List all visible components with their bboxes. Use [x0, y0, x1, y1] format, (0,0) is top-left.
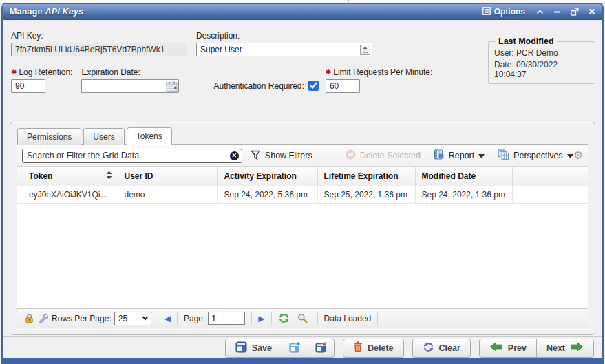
column-header-token[interactable]: Token [17, 167, 118, 186]
description-field[interactable] [196, 43, 372, 56]
expiration-date-label: Expiration Date: [81, 67, 179, 77]
api-key-label: API Key: [11, 30, 187, 41]
column-header-activity-expiration[interactable]: Activity Expiration [217, 167, 317, 186]
header-row: Token User ID Activity Expiration Lifeti… [17, 167, 588, 186]
next-button[interactable]: Next [536, 339, 594, 358]
lock-icon[interactable] [24, 313, 34, 323]
footer-separator [377, 312, 378, 325]
expiration-date-field[interactable] [81, 79, 179, 93]
next-page-icon[interactable]: ▶ [258, 314, 264, 323]
save-button-group: Save [225, 339, 335, 358]
auth-required-checkbox[interactable] [308, 81, 319, 91]
last-modified-legend: Last Modified [496, 36, 557, 46]
sort-icon[interactable] [106, 171, 112, 182]
auth-required-label: Authentication Required: [213, 81, 304, 91]
cell-token[interactable]: eyJ0eXAiOiJKV1QiLCJ... [17, 186, 118, 204]
log-retention-label: Log Retention: [19, 67, 72, 77]
arrow-right-icon [570, 342, 584, 354]
search-record-icon[interactable] [297, 313, 308, 323]
cell-modified-date[interactable]: Sep 24, 2022, 1:36 pm [415, 186, 512, 204]
dialog-title: Manage API Keys [10, 7, 482, 17]
report-icon [434, 149, 445, 162]
save-button[interactable]: Save [225, 339, 282, 358]
minus-circle-icon [346, 149, 356, 162]
column-header-modified-date[interactable]: Modified Date [415, 167, 512, 186]
table-row[interactable]: eyJ0eXAiOiJKV1QiLCJ... demo Sep 24, 2022… [17, 186, 588, 204]
perspectives-icon [498, 149, 509, 162]
filter-funnel-icon [251, 150, 261, 162]
footer-separator [317, 312, 318, 325]
last-modified-date: Date: 09/30/2022 10:04:37 [494, 60, 589, 79]
limit-rpm-field[interactable] [326, 79, 360, 93]
chevron-down-icon [567, 151, 573, 160]
toolbar-separator [491, 149, 491, 162]
tab-strip: Permissions Users Tokens [17, 128, 588, 145]
perspectives-dropdown[interactable]: Perspectives [498, 149, 573, 162]
report-dropdown[interactable]: Report [434, 149, 485, 162]
grid-status-text: Data Loaded [324, 314, 372, 323]
grid-table-area: Token User ID Activity Expiration Lifeti… [17, 167, 588, 308]
column-header-user-id[interactable]: User ID [118, 167, 217, 186]
tabs-panel: Permissions Users Tokens ✕ Show Filters [10, 122, 595, 335]
toolbar-separator [427, 149, 427, 162]
grid-footer: Rows Per Page: 25 ◀ Page: ▶ [17, 308, 588, 328]
api-key-field[interactable] [11, 43, 187, 56]
arrow-left-icon [489, 342, 503, 354]
save-floppy-icon [235, 341, 247, 355]
column-header-empty [512, 167, 588, 186]
save-new-floppy-plus-icon [289, 341, 301, 355]
rows-per-page-select[interactable]: 25 [114, 312, 151, 325]
wrench-icon[interactable] [38, 313, 48, 323]
log-retention-field[interactable] [11, 79, 45, 93]
action-bar: Save Delete [3, 336, 602, 358]
options-button[interactable]: Options [482, 7, 525, 17]
clear-search-icon[interactable]: ✕ [230, 151, 239, 160]
prev-button[interactable]: Prev [479, 339, 537, 358]
delete-selected-button[interactable]: Delete Selected [346, 149, 421, 162]
trash-icon [353, 341, 363, 354]
save-and-close-button[interactable] [308, 339, 335, 358]
required-asterisk: ✱ [11, 69, 17, 76]
delete-button[interactable]: Delete [343, 339, 404, 358]
cell-user-id[interactable]: demo [118, 186, 217, 204]
prev-next-group: Prev Next [479, 339, 594, 358]
tab-users[interactable]: Users [83, 128, 124, 145]
refresh-icon[interactable] [278, 313, 290, 323]
chevron-down-icon [478, 151, 485, 160]
grid-settings-gear-icon[interactable]: ⚙ [573, 150, 583, 161]
tab-permissions[interactable]: Permissions [17, 128, 81, 145]
cell-activity-expiration[interactable]: Sep 24, 2022, 5:36 pm [217, 186, 317, 204]
column-header-lifetime-expiration[interactable]: Lifetime Expiration [317, 167, 415, 186]
titlebar[interactable]: Manage API Keys Options [3, 4, 602, 20]
collapse-icon[interactable] [536, 10, 544, 14]
show-filters-button[interactable]: Show Filters [251, 150, 312, 162]
description-label: Description: [196, 30, 372, 41]
required-asterisk: ✱ [326, 69, 331, 76]
minimize-icon[interactable] [553, 9, 561, 15]
chevron-down-icon [142, 314, 147, 320]
options-list-icon [482, 7, 491, 17]
footer-separator [177, 312, 178, 325]
search-input[interactable] [22, 149, 242, 163]
limit-rpm-label: Limit Requests Per Minute: [333, 67, 432, 77]
clear-button[interactable]: Clear [412, 339, 471, 358]
page-label: Page: [184, 314, 205, 323]
prev-page-icon[interactable]: ◀ [164, 314, 171, 323]
calendar-icon[interactable] [165, 81, 178, 92]
save-and-new-button[interactable] [282, 339, 308, 358]
clear-refresh-icon [423, 342, 434, 354]
close-icon[interactable] [588, 8, 595, 15]
last-modified-panel: Last Modified User: PCR Demo Date: 09/30… [488, 36, 595, 84]
form-area: API Key: Description: Last Modified User… [3, 20, 602, 108]
expand-editor-icon[interactable] [360, 45, 370, 55]
footer-separator [251, 312, 252, 325]
page-number-input[interactable] [208, 312, 245, 325]
footer-separator [271, 312, 272, 325]
footer-separator [158, 312, 158, 325]
rows-per-page-label: Rows Per Page: [52, 314, 112, 323]
cell-lifetime-expiration[interactable]: Sep 25, 2022, 1:36 pm [317, 186, 415, 204]
save-close-floppy-x-icon [315, 341, 327, 355]
tab-tokens[interactable]: Tokens [127, 127, 172, 145]
grid-toolbar: ✕ Show Filters Delete Selected [17, 145, 588, 167]
popout-icon[interactable] [571, 8, 579, 16]
